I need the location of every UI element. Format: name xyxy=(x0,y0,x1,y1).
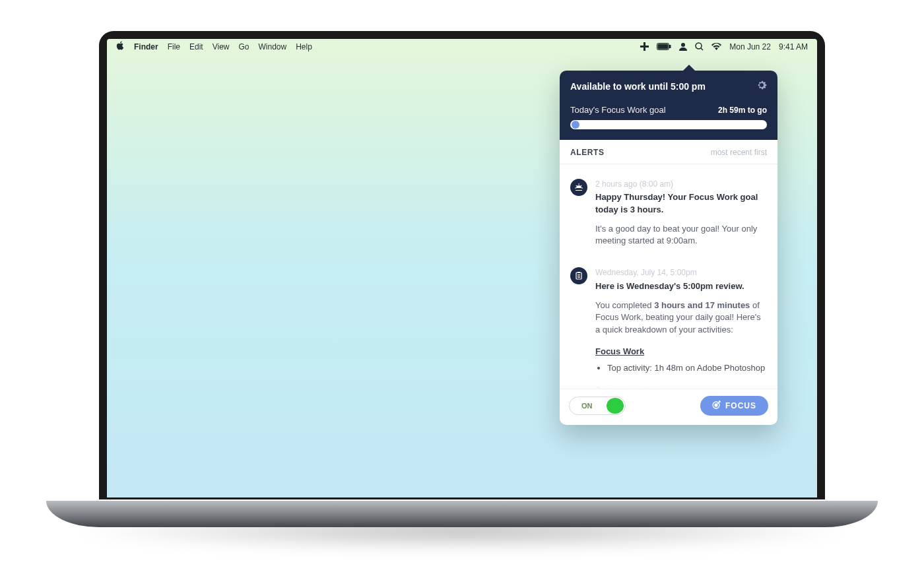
apple-menu-icon[interactable] xyxy=(116,41,125,52)
menu-help[interactable]: Help xyxy=(296,42,312,51)
focus-button-label: FOCUS xyxy=(725,401,756,410)
app-name[interactable]: Finder xyxy=(134,42,158,51)
alert-title: Here is Wednesday's 5:00pm review. xyxy=(595,280,767,293)
section-focus-work: Focus Work xyxy=(595,346,767,358)
alert-item: 2 hours ago (8:00 am) Happy Thursday! Yo… xyxy=(570,179,767,248)
svg-rect-7 xyxy=(578,272,580,273)
goal-progress-bar[interactable] xyxy=(570,120,767,129)
alerts-heading: ALERTS xyxy=(570,148,605,157)
clipboard-icon xyxy=(570,267,587,284)
spotlight-icon[interactable] xyxy=(695,42,704,51)
availability-title: Available to work until 5:00 pm xyxy=(570,81,706,92)
alert-title: Happy Thursday! Your Focus Work goal tod… xyxy=(595,191,767,216)
menubar-time[interactable]: 9:41 AM xyxy=(779,42,808,51)
user-switch-icon[interactable] xyxy=(679,42,687,51)
sunrise-icon xyxy=(570,179,587,196)
toggle-label: ON xyxy=(581,402,593,410)
menu-edit[interactable]: Edit xyxy=(189,42,203,51)
macos-menubar: Finder File Edit View Go Window Help xyxy=(107,39,817,55)
target-icon xyxy=(712,400,721,411)
alert-timestamp: Wednesday, July 14, 5:00pm xyxy=(595,267,767,278)
app-popover: Available to work until 5:00 pm Today's … xyxy=(560,71,777,425)
alert-timestamp: 2 hours ago (8:00 am) xyxy=(595,179,767,190)
popover-arrow xyxy=(682,65,696,71)
svg-line-5 xyxy=(701,48,703,50)
alerts-sort-label[interactable]: most recent first xyxy=(711,148,767,157)
alert-description: It's a good day to beat your goal! Your … xyxy=(595,223,767,248)
svg-point-4 xyxy=(696,43,702,49)
battery-icon[interactable] xyxy=(657,43,671,50)
menubar-date[interactable]: Mon Jun 22 xyxy=(729,42,771,51)
svg-point-3 xyxy=(681,43,685,47)
tracking-toggle[interactable]: ON xyxy=(569,397,626,415)
fade-overlay xyxy=(560,369,777,389)
menu-file[interactable]: File xyxy=(168,42,180,51)
wifi-icon[interactable] xyxy=(711,43,721,50)
popover-header: Available to work until 5:00 pm Today's … xyxy=(560,71,777,140)
alert-description: You completed 3 hours and 17 minutes of … xyxy=(595,300,767,337)
goal-label: Today's Focus Work goal xyxy=(570,105,666,115)
svg-rect-2 xyxy=(670,46,671,48)
toggle-knob xyxy=(607,398,624,414)
menu-view[interactable]: View xyxy=(213,42,230,51)
focus-button[interactable]: FOCUS xyxy=(700,396,768,416)
progress-thumb xyxy=(572,121,579,129)
goal-remaining: 2h 59m to go xyxy=(718,106,767,115)
alerts-list: 2 hours ago (8:00 am) Happy Thursday! Yo… xyxy=(560,164,777,389)
app-tray-icon[interactable] xyxy=(640,42,649,51)
svg-point-12 xyxy=(715,404,717,406)
settings-gear-icon[interactable] xyxy=(756,80,767,93)
menu-window[interactable]: Window xyxy=(259,42,287,51)
menu-go[interactable]: Go xyxy=(239,42,249,51)
svg-rect-1 xyxy=(658,44,668,49)
